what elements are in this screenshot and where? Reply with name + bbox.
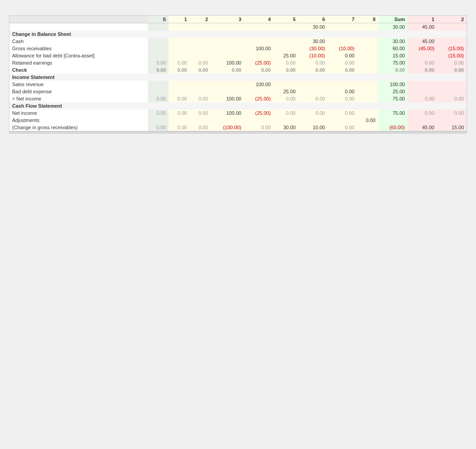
cell	[211, 81, 244, 88]
cell: 0.00	[299, 109, 328, 117]
cell	[273, 131, 298, 134]
row-label: Sales revenue	[9, 81, 148, 88]
header-c1: 1	[407, 16, 437, 23]
cell	[211, 45, 244, 52]
cell	[299, 31, 328, 38]
cell	[357, 31, 378, 38]
cell	[299, 102, 328, 109]
table-row: Check0.000.000.000.000.000.000.000.000.0…	[9, 66, 467, 74]
header-label	[9, 16, 148, 23]
cell: (45.00)	[407, 45, 437, 52]
cell	[378, 131, 408, 134]
cell	[190, 38, 211, 45]
cell	[328, 38, 357, 45]
cell: 0.00	[190, 59, 211, 66]
header-row: S 1 2 3 4 5 6 7 8 Sum 1 2	[9, 16, 467, 23]
cell	[273, 45, 298, 52]
cell: (15.00)	[437, 45, 467, 52]
cell: 100.00	[211, 95, 244, 102]
row-label: Bad debt expense	[9, 88, 148, 95]
table-row	[9, 131, 467, 134]
cell	[148, 131, 169, 134]
cell: 100.00	[244, 81, 273, 88]
cell: 0.00	[273, 109, 298, 117]
header-s: S	[148, 16, 169, 23]
cell: 0.00	[273, 59, 298, 66]
cell: 100.00	[211, 59, 244, 66]
cell	[211, 38, 244, 45]
cell	[169, 38, 190, 45]
cell	[244, 31, 273, 38]
cell	[357, 38, 378, 45]
cell	[328, 131, 357, 134]
row-label: Net income	[9, 109, 148, 117]
cell: 45.00	[407, 38, 437, 45]
cell	[169, 88, 190, 95]
cell: 0.00	[148, 59, 169, 66]
cell	[211, 74, 244, 81]
cell	[407, 81, 437, 88]
cell	[169, 81, 190, 88]
cell: 0.00	[148, 124, 169, 131]
cell	[378, 117, 408, 124]
cell: 75.00	[378, 109, 408, 117]
row-label: Allowance for bad debt [Contra-asset]	[9, 52, 148, 59]
cell: 0.00	[328, 66, 357, 74]
cell	[169, 52, 190, 59]
cell	[244, 102, 273, 109]
cell	[357, 45, 378, 52]
cell	[169, 31, 190, 38]
cell	[244, 52, 273, 59]
row-label: Check	[9, 66, 148, 74]
header-7: 7	[328, 16, 357, 23]
cell	[328, 81, 357, 88]
cell	[437, 31, 467, 38]
cell	[190, 102, 211, 109]
cell	[148, 52, 169, 59]
cell: 0.00	[273, 95, 298, 102]
cell: 0.00	[273, 66, 298, 74]
cell: 10.00	[299, 124, 328, 131]
cell	[211, 131, 244, 134]
cell: 0.00	[328, 109, 357, 117]
cell: 60.00	[378, 45, 408, 52]
cell: 0.00	[190, 124, 211, 131]
cell: 0.00	[244, 66, 273, 74]
cell: (10.00)	[328, 45, 357, 52]
table-row: Change in Balance Sheet	[9, 31, 467, 38]
sum-subheader: 30.00	[378, 23, 408, 31]
cell: 0.00	[357, 117, 378, 124]
cell	[273, 38, 298, 45]
cell: (100.00)	[211, 124, 244, 131]
cell	[190, 31, 211, 38]
cell	[437, 38, 467, 45]
cell: 0.00	[148, 95, 169, 102]
cell: 0.00	[148, 109, 169, 117]
header-c2: 2	[437, 16, 467, 23]
cell	[407, 88, 437, 95]
cell	[407, 74, 437, 81]
cell: 0.00	[169, 95, 190, 102]
header-4: 4	[244, 16, 273, 23]
table-row: Gross receivables100.00(30.00)(10.00)60.…	[9, 45, 467, 52]
cell	[357, 102, 378, 109]
cell	[273, 102, 298, 109]
cell: (25.00)	[244, 59, 273, 66]
cell	[190, 117, 211, 124]
cell	[190, 74, 211, 81]
cell	[357, 88, 378, 95]
cell: (15.00)	[437, 52, 467, 59]
cell	[148, 38, 169, 45]
row-label: Income Statement	[9, 74, 148, 81]
cell	[190, 88, 211, 95]
cell	[328, 31, 357, 38]
cell: 0.00	[407, 59, 437, 66]
table-row: Sales revenue100.00100.00	[9, 81, 467, 88]
cell	[328, 74, 357, 81]
cell	[244, 117, 273, 124]
cell: 0.00	[169, 66, 190, 74]
cell: 0.00	[190, 66, 211, 74]
cell	[169, 102, 190, 109]
cell	[299, 74, 328, 81]
financial-table: S 1 2 3 4 5 6 7 8 Sum 1 2	[9, 16, 467, 133]
